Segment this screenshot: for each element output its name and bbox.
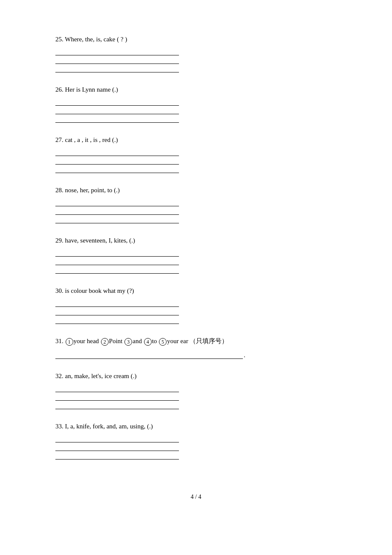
answer-line[interactable] <box>55 215 179 223</box>
answer-line[interactable] <box>55 114 179 123</box>
q26-answer-lines <box>55 97 337 123</box>
answer-line[interactable] <box>55 106 179 114</box>
q27-number: 27. <box>55 136 63 143</box>
answer-line[interactable] <box>55 248 179 257</box>
circle-3: 3 <box>124 338 132 346</box>
answer-line[interactable] <box>55 257 179 265</box>
question-26: 26. Her is Lynn name (.) <box>55 84 337 123</box>
q32-number: 32. <box>55 373 63 379</box>
answer-line[interactable] <box>55 434 179 442</box>
q31-text1: your head <box>74 338 101 344</box>
question-29: 29. have, seventeen, I, kites, (.) <box>55 235 337 274</box>
question-30: 30. is colour book what my (?) <box>55 286 337 324</box>
circle-1: 1 <box>66 338 73 346</box>
q25-number: 25. <box>55 36 63 43</box>
answer-line[interactable] <box>55 64 179 72</box>
q31-prompt: 31. 1your head 2Point 3and 4to 5your ear… <box>55 336 337 346</box>
q33-number: 33. <box>55 423 63 430</box>
q28-text: nose, her, point, to (.) <box>65 187 120 194</box>
q31-suffix: （只填序号） <box>190 338 228 344</box>
q33-prompt: 33. I, a, knife, fork, and, am, using, (… <box>55 421 337 431</box>
question-32: 32. an, make, let's, ice cream (.) <box>55 371 337 409</box>
q31-number: 31. <box>55 338 63 344</box>
question-27: 27. cat , a , it , is , red (.) <box>55 135 337 173</box>
q25-text: Where, the, is, cake ( ? ) <box>65 36 127 43</box>
answer-line[interactable] <box>55 97 179 106</box>
q27-prompt: 27. cat , a , it , is , red (.) <box>55 135 337 145</box>
q31-text2: Point <box>109 338 124 344</box>
page-number: 4 / 4 <box>191 494 202 500</box>
q31-text4: to <box>152 338 159 344</box>
q29-answer-lines <box>55 248 337 274</box>
q33-text: I, a, knife, fork, and, am, using, (.) <box>65 423 153 430</box>
answer-line-long[interactable] <box>55 350 243 359</box>
q32-text: an, make, let's, ice cream (.) <box>65 373 137 379</box>
q30-prompt: 30. is colour book what my (?) <box>55 286 337 296</box>
q25-prompt: 25. Where, the, is, cake ( ? ) <box>55 34 337 44</box>
q26-number: 26. <box>55 86 63 93</box>
answer-line[interactable] <box>55 384 179 392</box>
answer-line[interactable] <box>55 401 179 409</box>
answer-line[interactable] <box>55 298 179 307</box>
q31-text5: your ear <box>167 338 188 344</box>
q25-answer-lines <box>55 47 337 72</box>
answer-line[interactable] <box>55 147 179 156</box>
question-31: 31. 1your head 2Point 3and 4to 5your ear… <box>55 336 337 359</box>
answer-line[interactable] <box>55 198 179 206</box>
q32-answer-lines <box>55 384 337 409</box>
q30-answer-lines <box>55 298 337 324</box>
answer-line[interactable] <box>55 315 179 324</box>
question-28: 28. nose, her, point, to (.) <box>55 185 337 223</box>
q28-answer-lines <box>55 198 337 223</box>
q29-prompt: 29. have, seventeen, I, kites, (.) <box>55 235 337 246</box>
circle-4: 4 <box>144 338 152 346</box>
q32-prompt: 32. an, make, let's, ice cream (.) <box>55 371 337 381</box>
q27-answer-lines <box>55 147 337 173</box>
answer-line[interactable] <box>55 442 179 451</box>
q29-number: 29. <box>55 237 63 244</box>
answer-line[interactable] <box>55 265 179 274</box>
q30-text: is colour book what my (?) <box>65 287 134 294</box>
answer-line[interactable] <box>55 206 179 215</box>
q28-prompt: 28. nose, her, point, to (.) <box>55 185 337 195</box>
q28-number: 28. <box>55 187 63 194</box>
q31-answer-area: . <box>55 349 337 359</box>
circle-2: 2 <box>101 338 109 346</box>
question-33: 33. I, a, knife, fork, and, am, using, (… <box>55 421 337 460</box>
period: . <box>244 352 245 359</box>
q30-number: 30. <box>55 287 63 294</box>
q33-answer-lines <box>55 434 337 460</box>
q26-prompt: 26. Her is Lynn name (.) <box>55 84 337 95</box>
answer-line[interactable] <box>55 55 179 64</box>
answer-line[interactable] <box>55 451 179 460</box>
circle-5: 5 <box>159 338 167 346</box>
answer-line[interactable] <box>55 307 179 315</box>
q26-text: Her is Lynn name (.) <box>65 86 118 93</box>
answer-line[interactable] <box>55 156 179 165</box>
page-footer: 4 / 4 <box>55 494 337 500</box>
q29-text: have, seventeen, I, kites, (.) <box>65 237 135 244</box>
q27-text: cat , a , it , is , red (.) <box>65 136 118 143</box>
answer-line[interactable] <box>55 165 179 173</box>
question-25: 25. Where, the, is, cake ( ? ) <box>55 34 337 72</box>
q31-text3: and <box>133 338 143 344</box>
answer-line[interactable] <box>55 392 179 401</box>
answer-line[interactable] <box>55 47 179 55</box>
